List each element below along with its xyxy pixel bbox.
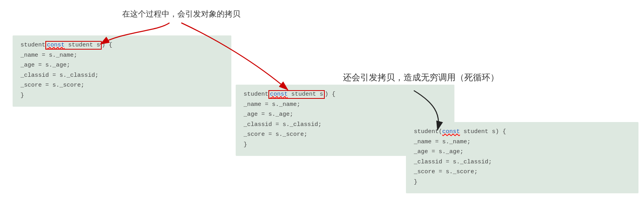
code-line-score-3: _score = s._score;: [414, 167, 631, 177]
param-text-3: student s) {: [460, 128, 506, 135]
code-line-name-1: _name = s._name;: [20, 50, 223, 61]
code-line-constructor-3: student(const student s) {: [414, 127, 631, 137]
code-line-name-3: _name = s._name;: [414, 137, 631, 147]
keyword-const-3: const: [442, 128, 460, 135]
top-annotation: 在这个过程中，会引发对象的拷贝: [122, 9, 240, 19]
param-text-2: student s: [288, 91, 323, 98]
code-box-1: studentconst student s) { _name = s._nam…: [13, 35, 231, 107]
code-line-age-1: _age = s._age;: [20, 60, 223, 70]
keyword-const-2: const: [270, 91, 288, 98]
code-text-2b: ) {: [325, 91, 335, 98]
code-line-classid-3: _classid = s._classid;: [414, 157, 631, 167]
code-line-close-3: }: [414, 177, 631, 187]
code-line-constructor-1: studentconst student s) {: [20, 40, 223, 50]
right-annotation: 还会引发拷贝，造成无穷调用（死循环）: [343, 72, 499, 83]
code-line-name-2: _name = s._name;: [244, 100, 447, 110]
code-text: student: [20, 42, 45, 48]
code-line-age-2: _age = s._age;: [244, 109, 447, 120]
param-text-1: student s: [65, 42, 100, 48]
keyword-const-1: const: [47, 42, 65, 48]
code-text-3: student(: [414, 128, 442, 135]
code-box-3: student(const student s) { _name = s._na…: [406, 122, 638, 193]
highlighted-param-2: const student s: [268, 90, 325, 99]
code-line-classid-1: _classid = s._classid;: [20, 70, 223, 81]
highlighted-param-1: const student s: [45, 41, 102, 50]
code-line-close-1: }: [20, 91, 223, 101]
code-text-2: student: [244, 91, 268, 98]
code-line-constructor-2: studentconst student s) {: [244, 89, 447, 100]
code-line-score-1: _score = s._score;: [20, 80, 223, 91]
code-text: ) {: [102, 42, 112, 48]
code-line-age-3: _age = s._age;: [414, 147, 631, 157]
